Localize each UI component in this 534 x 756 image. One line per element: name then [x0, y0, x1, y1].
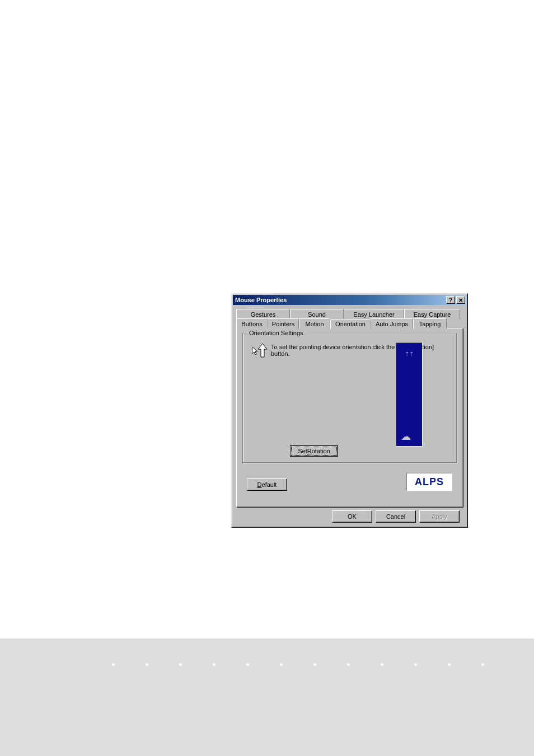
- orientation-description: To set the pointing device orientation c…: [271, 344, 449, 357]
- dialog-title: Mouse Properties: [235, 297, 445, 303]
- help-icon: ?: [449, 297, 452, 303]
- mouse-properties-dialog: Mouse Properties ? ✕ Gestures Sound Easy…: [231, 293, 468, 528]
- tab-orientation[interactable]: Orientation: [330, 319, 371, 329]
- apply-button[interactable]: Apply: [419, 510, 460, 523]
- cancel-button[interactable]: Cancel: [376, 510, 416, 523]
- close-icon: ✕: [458, 297, 463, 303]
- tab-tapping[interactable]: Tapping: [413, 318, 447, 328]
- set-rotation-button[interactable]: Set Rotation: [290, 445, 338, 457]
- help-button[interactable]: ?: [446, 296, 455, 304]
- orientation-settings-group: Orientation Settings: [242, 333, 457, 463]
- svg-marker-1: [252, 347, 257, 355]
- alps-logo: ALPS: [406, 473, 452, 491]
- tab-buttons[interactable]: Buttons: [236, 318, 268, 328]
- tab-auto-jumps[interactable]: Auto Jumps: [371, 318, 413, 328]
- dialog-button-row: OK Cancel Apply: [332, 510, 460, 523]
- orientation-preview: ⇡⇡ ☁: [396, 342, 423, 447]
- mole-icon: ☁: [401, 430, 411, 443]
- tab-panel-orientation: Orientation Settings: [236, 328, 463, 507]
- ok-button[interactable]: OK: [332, 510, 372, 523]
- svg-marker-0: [258, 344, 267, 357]
- rocket-icon: ⇡⇡: [396, 343, 422, 357]
- titlebar[interactable]: Mouse Properties ? ✕: [233, 295, 466, 305]
- group-legend: Orientation Settings: [247, 330, 305, 336]
- close-button[interactable]: ✕: [456, 296, 465, 304]
- tab-strip: Gestures Sound Easy Launcher Easy Captur…: [236, 308, 463, 507]
- default-button[interactable]: Default: [247, 478, 287, 491]
- tab-pointers[interactable]: Pointers: [268, 318, 299, 328]
- tab-motion[interactable]: Motion: [299, 318, 330, 328]
- page-footer-dots: [0, 627, 534, 672]
- orientation-arrow-icon: [250, 344, 271, 354]
